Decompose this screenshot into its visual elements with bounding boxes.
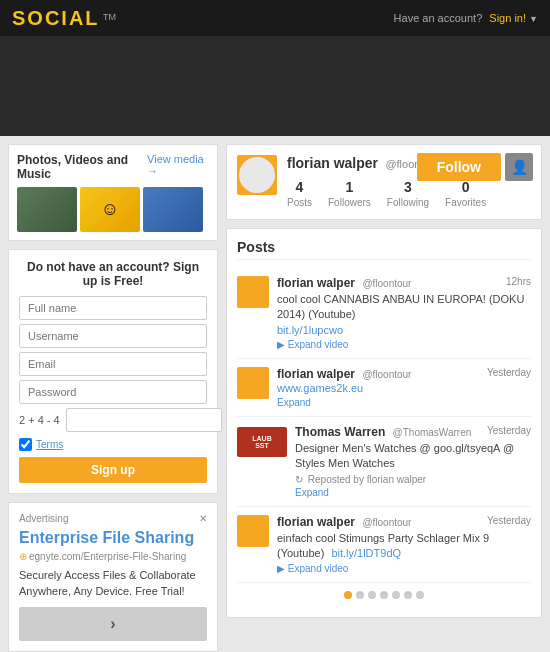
terms-link[interactable]: Terms: [36, 439, 63, 450]
ad-title: Enterprise File Sharing: [19, 528, 207, 547]
media-thumb-3[interactable]: [143, 187, 203, 232]
pagination: [237, 583, 531, 607]
pagination-dot-6[interactable]: [404, 591, 412, 599]
avatar-image: [239, 157, 275, 193]
signup-title: Do not have an account? Sign up is Free!: [19, 260, 207, 288]
ad-header: Advertising ✕: [19, 513, 207, 524]
pagination-dot-4[interactable]: [380, 591, 388, 599]
post-header-3: Thomas Warren @ThomasWarren Yesterday: [295, 425, 531, 439]
post-body-2: florian walper @floontour Yesterday www.…: [277, 367, 531, 408]
left-column: Photos, Videos and Music View media → ☺ …: [8, 144, 218, 652]
following-count: 3: [387, 179, 429, 195]
followers-count: 1: [328, 179, 371, 195]
captcha-row: 2 + 4 - 4: [19, 408, 207, 432]
pagination-dot-7[interactable]: [416, 591, 424, 599]
expand-2[interactable]: Expand: [277, 397, 531, 408]
post-image-3: LAUBSST: [237, 427, 287, 457]
post-link-4[interactable]: bit.ly/1lDT9dQ: [331, 547, 401, 559]
pagination-dot-1[interactable]: [344, 591, 352, 599]
ad-text: Securely Access Files & Collaborate Anyw…: [19, 568, 207, 599]
right-column: Follow 👤 florian walper @floontour 4 Pos…: [226, 144, 542, 652]
profile-stats: 4 Posts 1 Followers 3 Following 0: [287, 179, 486, 209]
ad-arrow-icon: ›: [110, 615, 115, 633]
stat-followers: 1 Followers: [328, 179, 371, 209]
media-widget-header: Photos, Videos and Music View media →: [17, 153, 209, 181]
post-header-2: florian walper @floontour Yesterday: [277, 367, 531, 381]
repost-icon: ↻: [295, 474, 303, 485]
stat-posts: 4 Posts: [287, 179, 312, 209]
post-time-1: 12hrs: [506, 276, 531, 290]
post-link-1[interactable]: bit.ly/1lupcwo: [277, 324, 343, 336]
posts-section: Posts florian walper @floontour 12hrs co…: [226, 228, 542, 618]
signin-link[interactable]: Sign in!: [489, 12, 526, 24]
main-content: Photos, Videos and Music View media → ☺ …: [0, 136, 550, 652]
profile-header: Follow 👤 florian walper @floontour 4 Pos…: [226, 144, 542, 220]
posts-title: Posts: [237, 239, 531, 260]
followers-label: Followers: [328, 197, 371, 208]
profile-menu-button[interactable]: 👤: [505, 153, 533, 181]
post-handle-2: @floontour: [362, 369, 411, 380]
signup-widget: Do not have an account? Sign up is Free!…: [8, 249, 218, 494]
captcha-input[interactable]: [66, 408, 222, 432]
pagination-dot-5[interactable]: [392, 591, 400, 599]
username-input[interactable]: [19, 324, 207, 348]
post-body-4: florian walper @floontour Yesterday einf…: [277, 515, 531, 575]
post-avatar-2: [237, 367, 269, 399]
avatar: [237, 155, 277, 195]
media-thumbs: ☺: [17, 187, 209, 232]
post-avatar-1: [237, 276, 269, 308]
post-handle-4: @floontour: [362, 517, 411, 528]
person-icon: 👤: [511, 159, 528, 175]
expand-3[interactable]: Expand: [295, 487, 531, 498]
stat-favorites: 0 Favorites: [445, 179, 486, 209]
post-item-4: florian walper @floontour Yesterday einf…: [237, 507, 531, 584]
post-body-3: Thomas Warren @ThomasWarren Yesterday De…: [295, 425, 531, 498]
logo: SOCIAL TM: [12, 7, 116, 30]
pagination-dot-2[interactable]: [356, 591, 364, 599]
ad-widget: Advertising ✕ Enterprise File Sharing ⊕ …: [8, 502, 218, 652]
header: SOCIAL TM Have an account? Sign in! ▼: [0, 0, 550, 36]
view-media-link[interactable]: View media →: [147, 153, 209, 181]
terms-checkbox[interactable]: [19, 438, 32, 451]
favorites-label: Favorites: [445, 197, 486, 208]
terms-row: Terms: [19, 438, 207, 451]
post-header-4: florian walper @floontour Yesterday: [277, 515, 531, 529]
follow-btn-area: Follow 👤: [417, 153, 533, 181]
profile-name: florian walper: [287, 155, 378, 171]
post-link-2[interactable]: www.games2k.eu: [277, 382, 363, 394]
post-author-3: Thomas Warren: [295, 425, 385, 439]
following-label: Following: [387, 197, 429, 208]
stat-following: 3 Following: [387, 179, 429, 209]
pagination-dot-3[interactable]: [368, 591, 376, 599]
post-time-3: Yesterday: [487, 425, 531, 439]
post-item-3: LAUBSST Thomas Warren @ThomasWarren Yest…: [237, 417, 531, 507]
fullname-input[interactable]: [19, 296, 207, 320]
captcha-label: 2 + 4 - 4: [19, 414, 60, 426]
post-item: florian walper @floontour 12hrs cool coo…: [237, 268, 531, 359]
ad-close-icon[interactable]: ✕: [199, 513, 207, 524]
post-text-4: einfach cool Stimungs Party Schlager Mix…: [277, 531, 531, 562]
follow-button[interactable]: Follow: [417, 153, 501, 181]
email-input[interactable]: [19, 352, 207, 376]
post-handle-1: @floontour: [362, 278, 411, 289]
media-thumb-2[interactable]: ☺: [80, 187, 140, 232]
expand-1[interactable]: ▶ Expand video: [277, 339, 531, 350]
post-text-1: cool cool CANNABIS ANBAU IN EUROPA! (DOK…: [277, 292, 531, 323]
post-body-1: florian walper @floontour 12hrs cool coo…: [277, 276, 531, 350]
ad-cta-button[interactable]: ›: [19, 607, 207, 641]
password-input[interactable]: [19, 380, 207, 404]
media-widget: Photos, Videos and Music View media → ☺: [8, 144, 218, 241]
post-item-2: florian walper @floontour Yesterday www.…: [237, 359, 531, 417]
post-time-4: Yesterday: [487, 515, 531, 529]
ad-label: Advertising: [19, 513, 68, 524]
signup-button[interactable]: Sign up: [19, 457, 207, 483]
media-thumb-1[interactable]: [17, 187, 77, 232]
post-time-2: Yesterday: [487, 367, 531, 381]
post-avatar-4: [237, 515, 269, 547]
expand-4[interactable]: ▶ Expand video: [277, 563, 531, 574]
banner: [0, 36, 550, 136]
post-header-1: florian walper @floontour 12hrs: [277, 276, 531, 290]
post-author-4: florian walper: [277, 515, 355, 529]
header-account: Have an account? Sign in! ▼: [394, 12, 538, 24]
repost-label-3: ↻ Reposted by florian walper: [295, 474, 531, 485]
